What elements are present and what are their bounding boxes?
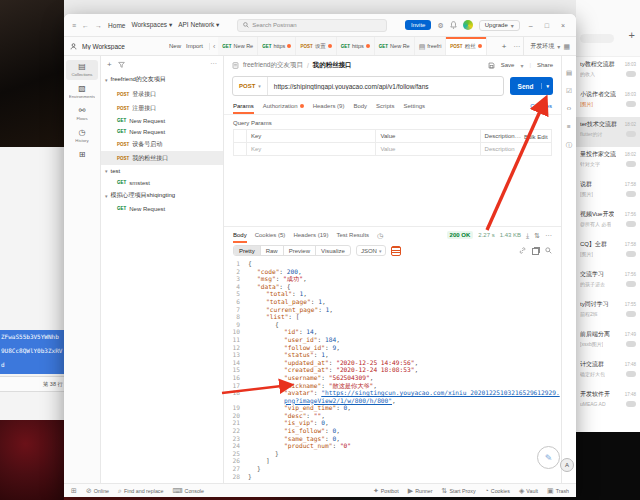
sidebar-rail-collections[interactable]: ▤Collections	[66, 60, 98, 80]
chat-item[interactable]: 量投作家交流18:02针对文字	[576, 147, 640, 177]
collection-模拟心理项目shiqingting[interactable]: ▾模拟心理项目shiqingting	[101, 188, 223, 203]
user-avatar[interactable]	[463, 20, 473, 30]
tab-scripts[interactable]: Scripts	[376, 98, 394, 114]
format-selector[interactable]: JSON▾	[356, 245, 387, 256]
nav-api-network[interactable]: API Network ▾	[178, 21, 219, 29]
link-icon[interactable]	[519, 247, 526, 254]
filter-icon[interactable]	[118, 61, 125, 68]
tree-request-登录接口[interactable]: POST登录接口	[101, 87, 223, 101]
send-dropdown-icon[interactable]: ▾	[541, 83, 553, 89]
import-button[interactable]: Import	[186, 43, 203, 49]
tree-request-New Request[interactable]: GETNew Request	[101, 203, 223, 214]
minimize-button[interactable]: –	[526, 22, 536, 29]
view-preview[interactable]: Preview	[284, 246, 316, 255]
save-dropdown-icon[interactable]: ▾	[520, 62, 523, 69]
share-button[interactable]: Share	[537, 62, 553, 68]
sidebar-rail-flows[interactable]: ⚯Flows	[66, 104, 98, 124]
response-tab-cookies-[interactable]: Cookies (5)	[255, 227, 286, 243]
open-tab-https[interactable]: GEThttps	[337, 37, 375, 55]
tab-scroll-left-icon[interactable]: ‹	[210, 43, 218, 50]
sidebar-rail-extra[interactable]: ⊞	[66, 148, 98, 162]
sidebar-rail-environments[interactable]: ▧Environments	[66, 82, 98, 102]
tree-request-注册接口[interactable]: POST注册接口	[101, 101, 223, 115]
open-tab-粉丝[interactable]: POST粉丝	[446, 37, 486, 55]
method-selector[interactable]: POST▾	[233, 77, 268, 95]
copy-icon[interactable]	[532, 248, 539, 255]
breadcrumb-request[interactable]: 我的粉丝接口	[313, 61, 352, 70]
chat-item[interactable]: ter技术交流群18:02flutter的讨	[576, 117, 640, 147]
tab-settings[interactable]: Settings	[403, 98, 425, 114]
url-input[interactable]: https://shipingtingapi.youyacao.com/api/…	[268, 83, 435, 90]
description-input[interactable]: Description	[481, 143, 551, 155]
chat-item[interactable]: CQ】全群17:58[图片]	[576, 237, 640, 267]
back-icon[interactable]: ←	[82, 22, 89, 29]
nav-workspaces[interactable]: Workspaces ▾	[131, 21, 172, 29]
sidebar-rail-history[interactable]: ◷History	[66, 126, 98, 146]
statusbar-postbot[interactable]: ✦Postbot	[373, 487, 399, 494]
statusbar-trash[interactable]: ▣Trash	[547, 487, 569, 494]
workspace-name[interactable]: My Workspace	[82, 43, 125, 50]
collection-freefriend的交友项目[interactable]: ▾freefriend的交友项目	[101, 72, 223, 87]
add-collection-icon[interactable]: +	[107, 60, 112, 69]
app-menu-icon[interactable]: ≡	[72, 22, 76, 29]
tree-request-New Request[interactable]: GETNew Request	[101, 115, 223, 126]
nav-home[interactable]: Home	[108, 22, 125, 29]
open-tab-freefri[interactable]: ▤freefri	[415, 37, 447, 55]
upgrade-button[interactable]: Upgrade▾	[479, 20, 520, 31]
tab-body[interactable]: Body	[353, 98, 367, 114]
annotation-stamp[interactable]: ✎	[537, 446, 560, 469]
documentation-icon[interactable]: ▤	[566, 70, 572, 76]
tab-options-icon[interactable]: ⋯	[510, 43, 523, 50]
collection-test[interactable]: ▾test	[101, 165, 223, 177]
new-tab-icon[interactable]: +	[498, 42, 511, 51]
invite-button[interactable]: Invite	[405, 20, 431, 30]
chat-item[interactable]: 说群17:58[图片]	[576, 177, 640, 207]
tree-request-我的粉丝接口[interactable]: POST我的粉丝接口	[101, 151, 223, 165]
save-response-icon[interactable]: ⤓	[526, 232, 529, 239]
chat-item[interactable]: 视频Vue开发17:56@所有人 必看	[576, 207, 640, 237]
chat-item[interactable]: 小说作者交流18:03[图片]	[576, 87, 640, 117]
resize-response-icon[interactable]: ⇅	[534, 232, 540, 239]
statusbar-runner[interactable]: ▶Runner	[408, 487, 433, 494]
view-pretty[interactable]: Pretty	[234, 246, 261, 255]
new-button[interactable]: New	[169, 43, 181, 49]
notifications-bell-icon[interactable]	[450, 21, 457, 29]
response-history-icon[interactable]: ◷	[377, 232, 383, 239]
value-input[interactable]: Value	[376, 143, 480, 155]
tree-request-New Request[interactable]: GETNew Request	[101, 126, 223, 137]
response-more-icon[interactable]: ⋯	[545, 232, 552, 239]
statusbar-find-and-replace[interactable]: ⌕Find and replace	[118, 487, 163, 494]
statusbar-console[interactable]: ⌨Console	[172, 487, 204, 494]
open-tab-New Re[interactable]: GETNew Re	[218, 37, 258, 55]
response-tab-body[interactable]: Body	[233, 227, 247, 243]
bulk-edit-button[interactable]: Bulk Edit	[524, 134, 548, 140]
statusbar-online[interactable]: ⊘Online	[86, 487, 109, 494]
chat-item[interactable]: 计交流群17:48确定好大包	[576, 357, 640, 387]
statusbar-vault[interactable]: ◈Vault	[519, 487, 538, 494]
tree-request-smstest[interactable]: GETsmstest	[101, 177, 223, 188]
settings-gear-icon[interactable]: ⚙	[437, 22, 443, 29]
assistant-badge[interactable]: A	[560, 458, 574, 472]
close-button[interactable]: ×	[558, 22, 568, 29]
search-response-icon[interactable]	[545, 247, 552, 254]
chat-add-icon[interactable]: +	[629, 30, 635, 41]
save-button[interactable]: Save	[501, 62, 515, 68]
environment-selector[interactable]: 开发环境▾ ▦	[523, 37, 576, 55]
chat-item[interactable]: 开发软件开17:48uMEAG AD	[576, 387, 640, 417]
tab-params[interactable]: Params	[233, 98, 254, 114]
tab-headers-[interactable]: Headers (9)	[313, 98, 345, 114]
info-icon[interactable]: ⓘ	[566, 142, 573, 148]
maximize-button[interactable]: □	[542, 22, 552, 29]
response-body-json[interactable]: 1{2"code": 200,3"msg": "成功",4"data": {5"…	[224, 258, 561, 483]
related-icon[interactable]: ≡	[567, 124, 571, 130]
breadcrumb-collection[interactable]: freefriend的交友项目	[243, 61, 303, 70]
tree-request-设备号启动[interactable]: POST设备号启动	[101, 137, 223, 151]
wrap-lines-icon[interactable]	[391, 246, 401, 256]
view-raw[interactable]: Raw	[261, 246, 284, 255]
response-tab-test-results[interactable]: Test Results	[336, 227, 369, 243]
view-visualize[interactable]: Visualize	[316, 246, 350, 255]
statusbar-cookies[interactable]: ◔Cookies	[485, 487, 510, 494]
collections-more-icon[interactable]: ⋯	[210, 60, 217, 68]
open-tab-New Re[interactable]: GETNew Re	[375, 37, 415, 55]
header-more-icon[interactable]: ⋯	[515, 134, 521, 140]
